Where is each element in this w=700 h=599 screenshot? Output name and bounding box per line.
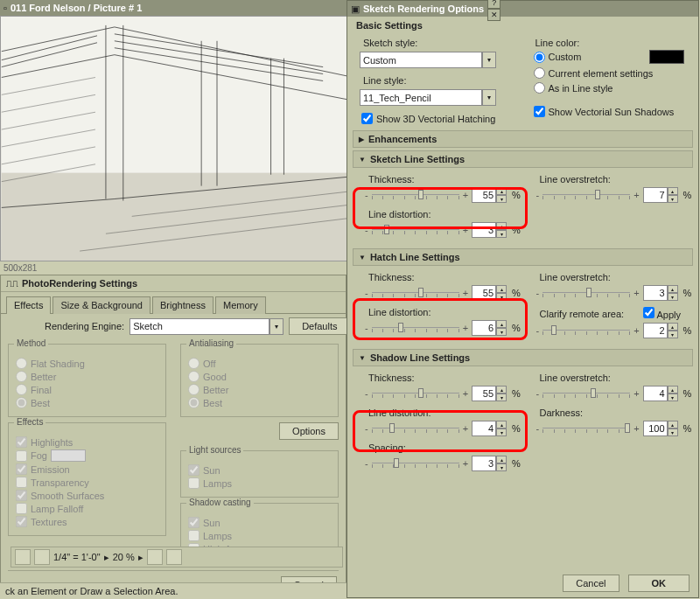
status-bar: ck an Element or Draw a Selection Area.: [0, 582, 346, 599]
cancel-button[interactable]: Cancel: [563, 575, 619, 592]
enhancements-section[interactable]: ▶Enhancements: [353, 130, 693, 148]
chevron-down-icon: ▼: [359, 156, 366, 164]
sketch-line-section[interactable]: ▼Sketch Line Settings: [353, 150, 693, 168]
distortion-input[interactable]: ▴▾: [472, 222, 507, 238]
h-distortion-slider[interactable]: [372, 319, 459, 337]
tool-icon[interactable]: [34, 549, 50, 565]
zoom-display[interactable]: 20 %: [113, 552, 135, 562]
chevron-down-icon: ▼: [359, 354, 366, 362]
hatch-line-section[interactable]: ▼Hatch Line Settings: [353, 248, 693, 266]
spin-down-icon[interactable]: ▾: [496, 195, 507, 203]
lc-asstyle-radio[interactable]: [534, 82, 545, 94]
lc-current-radio[interactable]: [534, 67, 545, 79]
panel-icon: ⎍⎍: [6, 278, 18, 289]
distortion-slider[interactable]: [372, 221, 459, 239]
tool-icon[interactable]: [166, 549, 182, 565]
viewport-dimensions: 500x281: [0, 261, 346, 275]
ok-button[interactable]: OK: [628, 575, 690, 592]
chevron-right-icon: ▶: [359, 136, 364, 143]
spin-up-icon[interactable]: ▴: [496, 187, 507, 195]
lights-group: Light sources Sun Lamps: [180, 450, 339, 498]
method-group: Method Flat Shading Better Final Best: [8, 344, 166, 417]
dropdown-icon[interactable]: ▾: [482, 52, 496, 68]
dialog-titlebar[interactable]: ▣ Sketch Rendering Options ? ✕: [347, 1, 698, 17]
thickness-input[interactable]: ▴▾: [472, 187, 507, 203]
fog-color: [51, 449, 86, 462]
options-button[interactable]: Options: [279, 422, 339, 440]
show-sun-check[interactable]: [534, 106, 545, 117]
overstretch-slider[interactable]: [542, 186, 630, 204]
overstretch-input[interactable]: ▴▾: [643, 187, 678, 203]
close-icon[interactable]: ✕: [487, 9, 500, 21]
tab-effects[interactable]: Effects: [6, 296, 51, 314]
effects-group: Effects Highlights Fog Emission Transpar…: [8, 422, 166, 536]
sketch-options-dialog: ▣ Sketch Rendering Options ? ✕ Basic Set…: [346, 0, 699, 598]
bottom-toolbar: 1/4" = 1'-0" ▸ 20 % ▸: [10, 547, 343, 568]
basic-settings-header: Basic Settings: [347, 17, 698, 34]
h-thickness-slider[interactable]: [372, 284, 459, 302]
tab-size[interactable]: Size & Background: [52, 296, 150, 314]
chevron-down-icon: ▼: [359, 254, 366, 261]
apply-check[interactable]: [643, 307, 654, 318]
antialias-group: Antialiasing Off Good Better Best: [180, 344, 339, 417]
lc-custom-radio[interactable]: [534, 52, 545, 63]
engine-select[interactable]: ▾: [130, 318, 284, 335]
tool-icon[interactable]: [147, 549, 163, 565]
color-swatch[interactable]: [649, 50, 684, 64]
tool-icon[interactable]: [15, 549, 31, 565]
scale-display[interactable]: 1/4" = 1'-0": [53, 552, 101, 562]
main-titlebar: ▫ 011 Ford Nelson / Picture # 1: [0, 0, 346, 16]
window-title: 011 Ford Nelson / Picture # 1: [10, 3, 142, 13]
line-style-select[interactable]: ▾: [360, 89, 496, 106]
picture-icon: ▫: [4, 3, 7, 13]
thickness-slider[interactable]: [372, 186, 459, 204]
sketch-style-select[interactable]: ▾: [360, 52, 496, 68]
main-window: ▫ 011 Ford Nelson / Picture # 1: [0, 0, 346, 599]
dropdown-icon[interactable]: ▾: [270, 318, 284, 335]
show-hatching-check[interactable]: [361, 113, 373, 124]
engine-label: Rendering Engine:: [45, 321, 124, 331]
tab-memory[interactable]: Memory: [215, 296, 266, 314]
dropdown-icon[interactable]: ▾: [482, 89, 496, 106]
shadow-line-section[interactable]: ▼Shadow Line Settings: [353, 349, 693, 366]
panel-header: ⎍⎍ PhotoRendering Settings: [1, 275, 346, 292]
tab-strip: Effects Size & Background Brightness Mem…: [1, 292, 346, 314]
help-icon[interactable]: ?: [487, 0, 500, 9]
dialog-icon: ▣: [351, 3, 360, 15]
tab-brightness[interactable]: Brightness: [152, 296, 214, 314]
h-thickness-input[interactable]: ▴▾: [472, 285, 507, 301]
defaults-button[interactable]: Defaults: [289, 317, 350, 335]
